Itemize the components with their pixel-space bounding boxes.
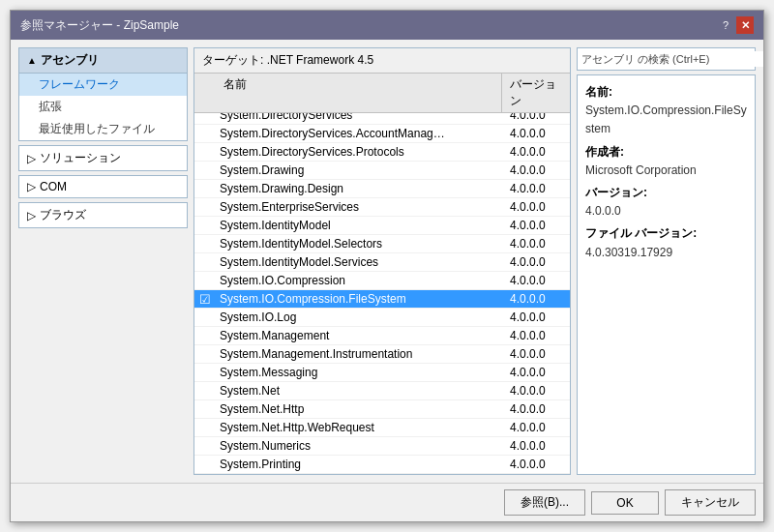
- table-row[interactable]: System.IdentityModel4.0.0.0: [194, 217, 570, 235]
- row-name: System.DirectoryServices: [216, 113, 502, 124]
- row-version: 4.0.0.0: [502, 327, 570, 344]
- info-file-version-label: ファイル バージョン:: [585, 224, 747, 243]
- version-col-header: バージョン: [502, 74, 570, 112]
- row-name: System.Numerics: [216, 437, 502, 455]
- row-version: 4.0.0.0: [502, 419, 570, 436]
- table-row[interactable]: System.DirectoryServices4.0.0.0: [194, 113, 570, 125]
- dialog-body: ▲ アセンブリ フレームワーク 拡張 最近使用したファイル ▷ ソリューション …: [11, 40, 763, 483]
- info-name-value: System.IO.Compression.FileSystem: [585, 102, 747, 138]
- table-row[interactable]: System.Drawing.Design4.0.0.0: [194, 180, 570, 198]
- name-col-header: 名前: [216, 74, 502, 112]
- row-version: 4.0.0.0: [502, 309, 570, 326]
- row-version: 4.0.0.0: [502, 456, 570, 473]
- row-version: 4.0.0.0: [502, 437, 570, 455]
- table-row[interactable]: System.DirectoryServices.AccountManag…4.…: [194, 125, 570, 143]
- row-checkbox: ☑: [194, 292, 216, 307]
- info-author-value: Microsoft Corporation: [585, 162, 747, 180]
- row-version: 4.0.0.0: [502, 400, 570, 418]
- sidebar-item-com[interactable]: ▷ COM: [18, 175, 188, 198]
- check-col-header: [194, 74, 216, 112]
- info-version-value: 4.0.0.0: [585, 202, 747, 221]
- row-name: System.IO.Compression: [216, 272, 502, 289]
- row-version: 4.0.0.0: [502, 235, 570, 252]
- solution-label: ソリューション: [40, 150, 121, 166]
- help-button[interactable]: ?: [717, 16, 734, 34]
- close-button[interactable]: ✕: [736, 16, 754, 34]
- row-name: System.IdentityModel.Selectors: [216, 235, 502, 252]
- row-version: 4.0.0.0: [502, 125, 570, 142]
- row-name: System.IO.Compression.FileSystem: [216, 290, 502, 308]
- com-label: COM: [40, 180, 67, 193]
- table-row[interactable]: System.IO.Compression4.0.0.0: [194, 272, 570, 290]
- table-row[interactable]: System.Numerics4.0.0.0: [194, 437, 570, 456]
- title-controls: ? ✕: [717, 16, 754, 34]
- row-version: 4.0.0.0: [502, 180, 570, 197]
- assembly-arrow: ▲: [27, 55, 37, 66]
- table-row[interactable]: System.IdentityModel.Services4.0.0.0: [194, 253, 570, 272]
- solution-arrow: ▷: [27, 152, 36, 165]
- row-name: System.Printing: [216, 456, 502, 473]
- table-row[interactable]: System.IO.Log4.0.0.0: [194, 309, 570, 327]
- row-version: 4.0.0.0: [502, 217, 570, 234]
- table-row[interactable]: System.Management4.0.0.0: [194, 327, 570, 345]
- row-name: System.Messaging: [216, 364, 502, 381]
- bottom-bar: 参照(B)... OK キャンセル: [11, 483, 763, 521]
- search-input[interactable]: [713, 51, 763, 67]
- dialog: 参照マネージャー - ZipSample ? ✕ ▲ アセンブリ フレームワーク…: [10, 10, 764, 522]
- table-row[interactable]: System.Management.Instrumentation4.0.0.0: [194, 345, 570, 364]
- row-name: System.IdentityModel: [216, 217, 502, 234]
- row-name: System.Net: [216, 382, 502, 399]
- com-arrow: ▷: [27, 180, 36, 193]
- table-row[interactable]: System.DirectoryServices.Protocols4.0.0.…: [194, 143, 570, 162]
- table-row[interactable]: System.Net.Http.WebRequest4.0.0.0: [194, 419, 570, 437]
- row-name: System.IO.Log: [216, 309, 502, 326]
- row-name: System.Drawing.Design: [216, 180, 502, 197]
- target-label: ターゲット: .NET Framework 4.5: [202, 53, 373, 67]
- table-row[interactable]: System.Messaging4.0.0.0: [194, 364, 570, 382]
- row-name: System.Drawing: [216, 162, 502, 179]
- title-bar: 参照マネージャー - ZipSample ? ✕: [11, 11, 763, 40]
- row-name: System.Management: [216, 327, 502, 344]
- row-version: 4.0.0.0: [502, 113, 570, 124]
- sidebar-item-solution[interactable]: ▷ ソリューション: [18, 145, 188, 171]
- table-row[interactable]: System.Net.Http4.0.0.0: [194, 400, 570, 419]
- table-row[interactable]: System.Drawing4.0.0.0: [194, 162, 570, 180]
- row-version: 4.0.0.0: [502, 364, 570, 381]
- row-version: 4.0.0.0: [502, 143, 570, 161]
- browse-button[interactable]: 参照(B)...: [504, 489, 585, 516]
- right-panel: アセンブリ の検索 (Ctrl+E) 🔍 名前: System.IO.Compr…: [577, 47, 756, 475]
- search-bar: アセンブリ の検索 (Ctrl+E) 🔍: [577, 47, 756, 71]
- table-row[interactable]: System.EnterpriseServices4.0.0.0: [194, 198, 570, 217]
- assembly-sub-items: フレームワーク 拡張 最近使用したファイル: [18, 74, 188, 141]
- row-version: 4.0.0.0: [502, 272, 570, 289]
- row-name: System.Net.Http: [216, 400, 502, 418]
- ok-button[interactable]: OK: [591, 491, 659, 515]
- sidebar-item-browse[interactable]: ▷ ブラウズ: [18, 202, 188, 228]
- info-name-label: 名前:: [585, 83, 747, 102]
- target-bar: ターゲット: .NET Framework 4.5: [194, 48, 570, 74]
- row-name: System.Net.Http.WebRequest: [216, 419, 502, 436]
- row-name: System.IdentityModel.Services: [216, 253, 502, 271]
- search-label: アセンブリ の検索 (Ctrl+E): [578, 52, 713, 67]
- sidebar-item-framework[interactable]: フレームワーク: [19, 74, 187, 96]
- table-row[interactable]: System.Net4.0.0.0: [194, 382, 570, 400]
- info-panel: 名前: System.IO.Compression.FileSystem 作成者…: [577, 74, 756, 475]
- table-row[interactable]: System.IdentityModel.Selectors4.0.0.0: [194, 235, 570, 253]
- table-header: 名前 バージョン: [194, 74, 570, 113]
- assembly-table[interactable]: System.Data.Services.Client4.0.0.0System…: [194, 113, 570, 474]
- table-row[interactable]: System.Printing4.0.0.0: [194, 456, 570, 474]
- assembly-section-header[interactable]: ▲ アセンブリ: [18, 47, 188, 74]
- sidebar-item-recent[interactable]: 最近使用したファイル: [19, 118, 187, 140]
- table-row[interactable]: ☑System.IO.Compression.FileSystem4.0.0.0: [194, 290, 570, 309]
- info-author-label: 作成者:: [585, 143, 747, 162]
- left-panel: ▲ アセンブリ フレームワーク 拡張 最近使用したファイル ▷ ソリューション …: [18, 47, 188, 475]
- sidebar-item-extension[interactable]: 拡張: [19, 96, 187, 118]
- dialog-title: 参照マネージャー - ZipSample: [20, 17, 179, 34]
- info-version-label: バージョン:: [585, 184, 747, 202]
- row-version: 4.0.0.0: [502, 290, 570, 308]
- row-version: 4.0.0.0: [502, 198, 570, 216]
- row-name: System.EnterpriseServices: [216, 198, 502, 216]
- cancel-button[interactable]: キャンセル: [665, 489, 756, 516]
- browse-arrow: ▷: [27, 209, 36, 222]
- middle-panel: ターゲット: .NET Framework 4.5 名前 バージョン Syste…: [194, 47, 571, 475]
